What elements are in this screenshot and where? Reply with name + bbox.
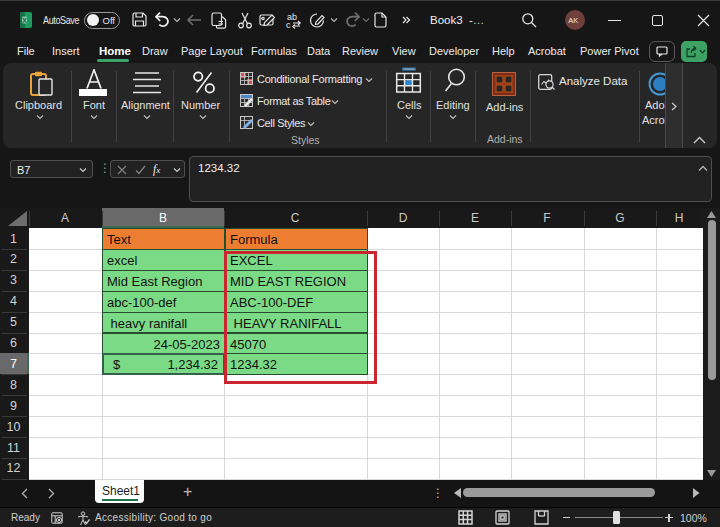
svg-text:c: c — [286, 20, 291, 29]
svg-text:X: X — [22, 17, 27, 24]
